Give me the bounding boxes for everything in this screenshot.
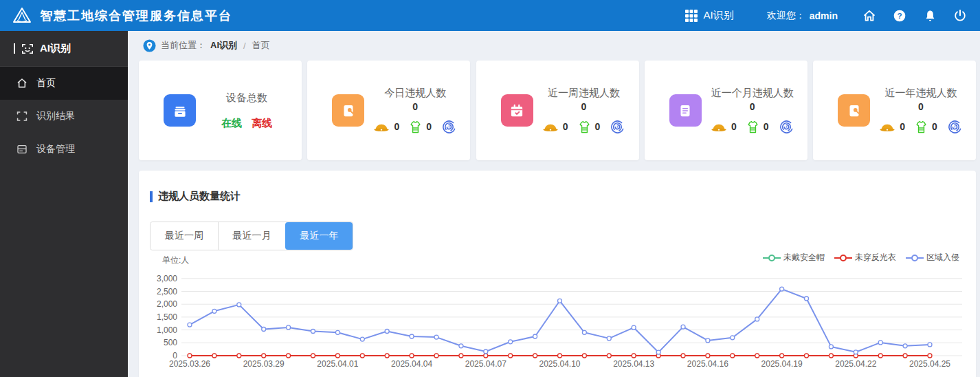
stat-card-week-violations: 近一周违规人数 0 0 0	[476, 61, 639, 160]
legend-item-vest[interactable]: 未穿反光衣	[834, 252, 896, 263]
online-label: 在线	[221, 117, 242, 130]
stat-count: 0	[750, 101, 755, 112]
tab-last-week[interactable]: 最近一周	[151, 222, 218, 250]
stat-title: 今日违规人数	[384, 87, 446, 100]
stat-card-year-violations: 近一年违规人数 0 0 0	[813, 61, 976, 160]
stat-count: 0	[412, 101, 418, 112]
vest-count: 0	[595, 121, 601, 132]
calendar-icon	[501, 94, 533, 127]
module-switcher[interactable]: AI识别	[684, 9, 734, 23]
helmet-icon	[711, 122, 727, 132]
svg-text:2025.04.25: 2025.04.25	[909, 359, 950, 369]
violation-stats-panel: 违规人员数量统计 最近一周 最近一月 最近一年 未戴安全帽 未穿反光衣 区域入侵…	[139, 171, 976, 377]
logout-power-icon[interactable]	[953, 8, 968, 23]
intrusion-spiral-icon	[947, 119, 963, 135]
title-accent-bar	[150, 191, 153, 202]
vest-icon	[578, 120, 591, 134]
helmet-icon	[542, 122, 559, 132]
notification-bell-icon[interactable]	[922, 8, 937, 23]
svg-text:1,000: 1,000	[157, 325, 177, 335]
y-axis-unit-label: 单位:人	[162, 255, 189, 266]
intrusion-spiral-icon	[441, 119, 457, 135]
breadcrumb-page[interactable]: 首页	[252, 39, 270, 52]
breadcrumb-module[interactable]: AI识别	[210, 39, 237, 52]
svg-text:?: ?	[897, 11, 902, 20]
breadcrumb-prefix: 当前位置：	[161, 39, 205, 52]
svg-text:2025.04.19: 2025.04.19	[761, 359, 803, 369]
legend-item-helmet[interactable]: 未戴安全帽	[763, 252, 825, 263]
svg-text:2025.03.26: 2025.03.26	[169, 359, 210, 369]
tab-last-year[interactable]: 最近一年	[285, 222, 353, 250]
svg-text:2025.04.07: 2025.04.07	[465, 359, 506, 369]
helmet-count: 0	[731, 121, 737, 132]
document-edit-icon	[838, 94, 870, 127]
sidebar: AI识别 首页 识别结果 设备管理	[0, 31, 128, 377]
vest-count: 0	[426, 121, 432, 132]
section-title: 违规人员数量统计	[150, 190, 241, 203]
legend-item-intrusion[interactable]: 区域入侵	[906, 252, 959, 263]
app-logo-icon	[12, 7, 32, 25]
breadcrumb: 当前位置： AI识别 / 首页	[128, 31, 980, 60]
sidebar-item-device-management[interactable]: 设备管理	[0, 133, 128, 166]
main-content: 当前位置： AI识别 / 首页 设备总数 在线 离线	[128, 31, 980, 377]
svg-text:2025.04.01: 2025.04.01	[317, 359, 358, 369]
report-icon	[669, 94, 702, 127]
stat-title: 近一个月违规人数	[711, 87, 794, 100]
module-label: AI识别	[704, 9, 734, 22]
helmet-count: 0	[563, 121, 568, 132]
sidebar-item-label: 设备管理	[36, 143, 75, 155]
legend-label: 区域入侵	[926, 252, 959, 263]
helmet-icon	[879, 122, 895, 132]
home-icon[interactable]	[862, 8, 877, 23]
vest-icon	[746, 120, 759, 134]
username: admin	[810, 10, 838, 21]
svg-text:2,500: 2,500	[157, 287, 177, 297]
sidebar-item-home[interactable]: 首页	[0, 67, 128, 100]
location-pin-icon	[143, 39, 156, 52]
helmet-count: 0	[900, 121, 905, 132]
help-icon[interactable]: ?	[892, 8, 907, 23]
offline-label: 离线	[252, 117, 272, 130]
stat-card-device-total: 设备总数 在线 离线	[139, 61, 302, 160]
stat-title: 设备总数	[226, 91, 267, 105]
svg-text:2025.04.13: 2025.04.13	[613, 359, 654, 369]
sidebar-module-title: AI识别	[40, 42, 71, 55]
ai-face-scan-icon	[21, 43, 34, 55]
sidebar-item-label: 首页	[36, 77, 56, 89]
helmet-count: 0	[394, 121, 399, 132]
svg-text:2025.04.22: 2025.04.22	[835, 359, 876, 369]
legend-label: 未戴安全帽	[783, 252, 825, 263]
sidebar-module-header: AI识别	[0, 31, 128, 67]
line-chart: 05001,0001,5002,0002,5003,0002025.03.262…	[139, 270, 976, 375]
stat-title: 近一年违规人数	[885, 87, 957, 100]
stat-count: 0	[581, 101, 587, 112]
intrusion-spiral-icon	[610, 119, 625, 135]
vest-count: 0	[764, 121, 769, 132]
svg-text:2025.03.29: 2025.03.29	[243, 359, 285, 369]
vest-count: 0	[932, 121, 937, 132]
legend-marker-icon	[834, 255, 852, 261]
legend-marker-icon	[763, 255, 781, 261]
apps-grid-icon	[684, 9, 698, 23]
helmet-icon	[373, 122, 390, 132]
svg-text:2025.04.10: 2025.04.10	[539, 359, 580, 369]
vest-icon	[409, 120, 422, 134]
home-icon	[16, 78, 27, 89]
document-edit-icon	[332, 94, 364, 127]
top-header: 智慧工地综合管理服务信息平台 AI识别 欢迎您： admin ?	[0, 0, 980, 31]
tab-last-month[interactable]: 最近一月	[218, 222, 285, 250]
scan-brackets-icon	[16, 111, 27, 122]
archive-icon	[164, 94, 196, 127]
svg-text:2025.04.04: 2025.04.04	[391, 359, 432, 369]
welcome-label: 欢迎您：	[767, 10, 805, 22]
intrusion-spiral-icon	[779, 119, 794, 135]
stat-cards-row: 设备总数 在线 离线 今日违规人数 0 0 0	[139, 61, 976, 160]
stat-card-today-violations: 今日违规人数 0 0 0	[307, 61, 470, 160]
stat-title: 近一周违规人数	[548, 87, 620, 100]
sidebar-item-recognition-results[interactable]: 识别结果	[0, 100, 128, 133]
svg-text:2,000: 2,000	[157, 299, 177, 309]
vest-icon	[915, 120, 928, 134]
stat-count: 0	[918, 101, 924, 112]
sidebar-item-label: 识别结果	[36, 110, 75, 122]
device-icon	[16, 144, 27, 155]
